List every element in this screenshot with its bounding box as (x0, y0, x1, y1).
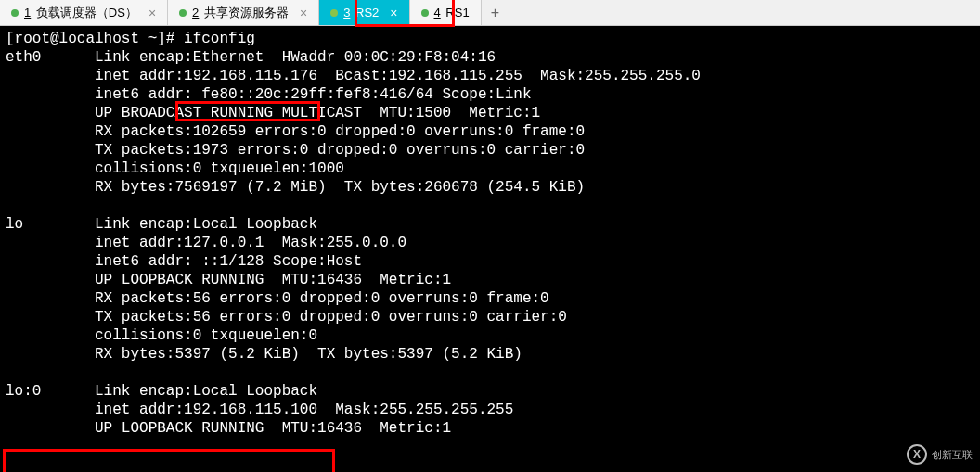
lo-rx-packets: RX packets:56 errors:0 dropped:0 overrun… (95, 290, 549, 307)
tab-num: 2 (192, 6, 199, 19)
eth0-rx-packets: RX packets:102659 errors:0 dropped:0 ove… (95, 123, 585, 140)
iface-eth0: eth0 (6, 49, 41, 66)
eth0-inet6: inet6 addr: fe80::20c:29ff:fef8:416/64 S… (95, 86, 531, 103)
watermark-logo-icon: X (907, 444, 927, 465)
tab-label: RS2 (355, 6, 379, 19)
tab-num: 1 (24, 6, 31, 19)
tab-2-shared[interactable]: 2 共享资源服务器 × (168, 0, 319, 25)
tab-4-rs1[interactable]: 4 RS1 (410, 0, 482, 25)
lo0-inet: inet addr:192.168.115.100 (95, 402, 317, 418)
tab-label: RS1 (445, 6, 469, 19)
tab-label: 共享资源服务器 (204, 6, 289, 19)
lo-inet6: inet6 addr: ::1/128 Scope:Host (95, 253, 362, 270)
tab-num: 3 (343, 6, 350, 19)
prompt: [root@localhost ~]# (6, 31, 184, 47)
terminal-output[interactable]: [root@localhost ~]# ifconfig eth0 Link e… (0, 26, 980, 441)
close-icon[interactable]: × (148, 6, 156, 20)
eth0-bytes: RX bytes:7569197 (7.2 MiB) TX bytes:2606… (95, 179, 585, 196)
eth0-collisions: collisions:0 txqueuelen:1000 (95, 160, 344, 177)
tab-1-ds[interactable]: 1 负载调度器（DS） × (0, 0, 168, 25)
iface-lo: lo (6, 216, 23, 233)
lo-inet: inet addr:127.0.0.1 Mask:255.0.0.0 (95, 235, 406, 251)
add-tab-button[interactable]: + (482, 0, 509, 25)
lo-link: Link encap:Local Loopback (95, 216, 317, 233)
eth0-link: Link encap:Ethernet HWaddr 00:0C:29:F8:0… (95, 49, 496, 66)
lo-bytes: RX bytes:5397 (5.2 KiB) TX bytes:5397 (5… (95, 346, 522, 363)
eth0-ip: 192.168.115.176 (184, 68, 317, 84)
close-icon[interactable]: × (390, 6, 397, 20)
eth0-flags: UP BROADCAST RUNNING MULTICAST MTU:1500 … (95, 105, 540, 121)
watermark: X 创新互联 (907, 444, 973, 465)
watermark-text: 创新互联 (932, 448, 973, 462)
status-dot-icon (11, 9, 19, 17)
lo-tx-packets: TX packets:56 errors:0 dropped:0 overrun… (95, 309, 567, 325)
highlight-lo0-block (3, 449, 335, 472)
eth0-tx-packets: TX packets:1973 errors:0 dropped:0 overr… (95, 142, 585, 159)
eth0-bcast: Bcast:192.168.115.255 Mask:255.255.255.0 (317, 68, 701, 84)
tab-num: 4 (434, 6, 441, 19)
tab-3-rs2[interactable]: 3 RS2 × (319, 0, 409, 25)
lo0-flags: UP LOOPBACK RUNNING MTU:16436 Metric:1 (95, 420, 451, 437)
lo0-link: Link encap:Local Loopback (95, 383, 317, 400)
lo-collisions: collisions:0 txqueuelen:0 (95, 327, 317, 344)
eth0-inet-label: inet addr: (95, 68, 184, 84)
iface-lo0: lo:0 (6, 383, 41, 400)
lo0-mask: Mask:255.255.255.255 (317, 402, 513, 418)
status-dot-icon (330, 9, 338, 17)
tab-bar: 1 负载调度器（DS） × 2 共享资源服务器 × 3 RS2 × 4 RS1 … (0, 0, 980, 26)
status-dot-icon (179, 9, 187, 17)
close-icon[interactable]: × (300, 6, 307, 20)
command: ifconfig (184, 31, 255, 47)
lo-flags: UP LOOPBACK RUNNING MTU:16436 Metric:1 (95, 272, 451, 288)
tab-label: 负载调度器（DS） (36, 6, 137, 19)
status-dot-icon (421, 9, 429, 17)
